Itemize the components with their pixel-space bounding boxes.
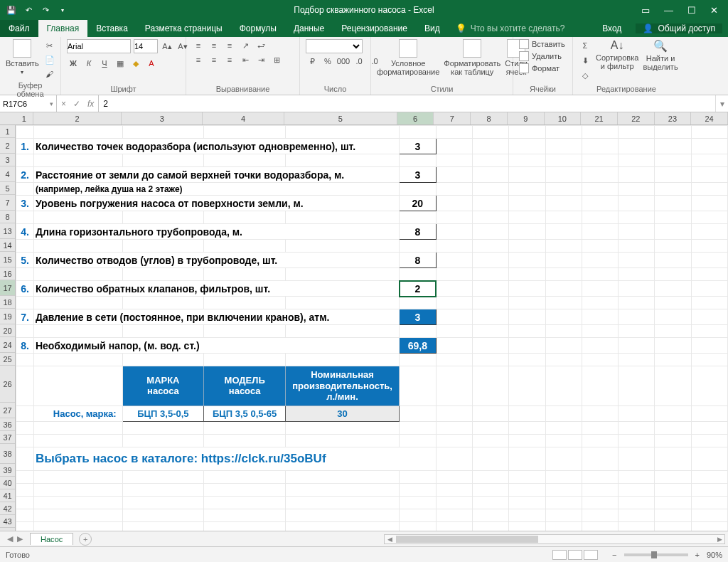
- redo-icon[interactable]: ↷: [40, 4, 51, 16]
- row-header[interactable]: 42: [0, 502, 15, 515]
- column-header[interactable]: 2: [33, 112, 122, 124]
- row-header[interactable]: 17: [0, 280, 15, 296]
- row-header[interactable]: 27: [0, 403, 15, 418]
- decimal-inc-icon[interactable]: .0: [353, 55, 365, 68]
- column-header[interactable]: 5: [284, 112, 397, 124]
- param-value[interactable]: 3: [400, 167, 437, 183]
- insert-cells[interactable]: Вставить: [519, 39, 565, 49]
- format-painter-icon[interactable]: 🖌: [43, 68, 56, 80]
- row-header[interactable]: 8: [0, 211, 15, 223]
- clear-icon[interactable]: ◇: [579, 69, 592, 82]
- increase-size-icon[interactable]: A▴: [161, 40, 173, 53]
- tab-data[interactable]: Данные: [285, 20, 333, 37]
- row-header[interactable]: 37: [0, 431, 15, 444]
- sign-in[interactable]: Вход: [594, 23, 630, 33]
- autosum-icon[interactable]: Σ: [579, 39, 592, 52]
- column-header[interactable]: 1: [16, 112, 33, 124]
- row-header[interactable]: 39: [0, 464, 15, 477]
- zoom-out-icon[interactable]: −: [612, 551, 616, 559]
- row-header[interactable]: 4: [0, 166, 15, 182]
- cond-format-button[interactable]: Условное форматирование: [377, 39, 439, 76]
- row-header[interactable]: 3: [0, 154, 15, 166]
- param-value[interactable]: 8: [400, 253, 437, 268]
- row-header[interactable]: 18: [0, 296, 15, 309]
- merge-icon[interactable]: ⊞: [270, 53, 283, 66]
- row-header[interactable]: 20: [0, 324, 15, 337]
- number-format[interactable]: [306, 39, 363, 53]
- undo-icon[interactable]: ↶: [23, 4, 34, 16]
- row-header[interactable]: 43: [0, 515, 15, 528]
- indent-inc-icon[interactable]: ⇥: [255, 53, 267, 66]
- row-header[interactable]: 13: [0, 223, 15, 239]
- row-header[interactable]: 15: [0, 252, 15, 267]
- tab-home[interactable]: Главная: [38, 20, 88, 37]
- cancel-formula-icon[interactable]: ×: [61, 99, 66, 109]
- tab-view[interactable]: Вид: [416, 20, 449, 37]
- indent-dec-icon[interactable]: ⇤: [239, 53, 252, 66]
- row-headers[interactable]: 1234578131415161718192024252627363738394…: [0, 125, 16, 531]
- zoom-in-icon[interactable]: +: [695, 551, 700, 559]
- param-value[interactable]: 3: [400, 309, 437, 325]
- view-break-icon[interactable]: [584, 550, 598, 560]
- tab-layout[interactable]: Разметка страницы: [136, 20, 231, 37]
- copy-icon[interactable]: 📄: [43, 53, 56, 66]
- sort-filter-button[interactable]: A↓Сортировка и фильтр: [596, 39, 638, 70]
- orientation-icon[interactable]: ↗: [239, 39, 252, 52]
- row-header[interactable]: 2: [0, 138, 15, 154]
- align-middle-icon[interactable]: ≡: [208, 39, 220, 52]
- column-header[interactable]: 21: [581, 112, 618, 124]
- delete-cells[interactable]: Удалить: [519, 51, 562, 61]
- add-sheet-icon[interactable]: +: [79, 533, 92, 546]
- column-header[interactable]: 23: [655, 112, 692, 124]
- sheet-tab[interactable]: Насос: [30, 533, 73, 545]
- formula-bar[interactable]: 2: [99, 95, 715, 112]
- expand-formula-icon[interactable]: ▾: [715, 95, 728, 112]
- row-header[interactable]: 38: [0, 444, 15, 464]
- view-normal-icon[interactable]: [552, 550, 567, 560]
- currency-icon[interactable]: ₽: [306, 55, 318, 68]
- column-header[interactable]: 9: [508, 112, 545, 124]
- fx-icon[interactable]: fx: [87, 99, 94, 109]
- column-headers[interactable]: 1234567891021222324: [0, 112, 728, 125]
- row-header[interactable]: 41: [0, 489, 15, 502]
- param-value[interactable]: 8: [400, 224, 437, 240]
- underline-icon[interactable]: Ч: [98, 57, 111, 70]
- italic-icon[interactable]: К: [82, 57, 95, 70]
- format-cells[interactable]: Формат: [519, 63, 560, 73]
- percent-icon[interactable]: %: [321, 55, 334, 68]
- row-header[interactable]: 19: [0, 309, 15, 324]
- horizontal-scrollbar[interactable]: ◀▶: [92, 534, 728, 544]
- save-icon[interactable]: 💾: [6, 4, 17, 16]
- tell-me[interactable]: 💡Что вы хотите сделать?: [449, 20, 572, 37]
- param-value[interactable]: 3: [400, 139, 437, 154]
- column-header[interactable]: 6: [397, 112, 434, 124]
- align-right-icon[interactable]: ≡: [223, 53, 236, 66]
- enter-formula-icon[interactable]: ✓: [73, 99, 80, 109]
- align-top-icon[interactable]: ≡: [192, 39, 205, 52]
- row-header[interactable]: 1: [0, 125, 15, 138]
- spreadsheet-grid[interactable]: 1234567891021222324 12345781314151617181…: [0, 112, 728, 531]
- cut-icon[interactable]: ✂: [43, 39, 56, 52]
- zoom-level[interactable]: 90%: [707, 551, 722, 559]
- row-header[interactable]: 24: [0, 337, 15, 353]
- row-header[interactable]: 7: [0, 195, 15, 211]
- wrap-icon[interactable]: ⮐: [255, 39, 267, 52]
- bold-icon[interactable]: Ж: [67, 57, 80, 70]
- align-bottom-icon[interactable]: ≡: [223, 39, 236, 52]
- zoom-slider[interactable]: [624, 553, 688, 556]
- close-icon[interactable]: ✕: [710, 5, 718, 16]
- share-button[interactable]: 👤Общий доступ: [636, 23, 722, 33]
- row-header[interactable]: 5: [0, 182, 15, 195]
- comma-icon[interactable]: 000: [337, 55, 350, 68]
- param-value[interactable]: 69,8: [400, 338, 437, 354]
- row-header[interactable]: 40: [0, 477, 15, 489]
- border-icon[interactable]: ▦: [114, 57, 127, 70]
- column-header[interactable]: 3: [122, 112, 203, 124]
- column-header[interactable]: 10: [545, 112, 582, 124]
- paste-button[interactable]: Вставить▾: [6, 39, 39, 75]
- row-header[interactable]: 14: [0, 239, 15, 252]
- column-header[interactable]: 8: [471, 112, 508, 124]
- fill-icon[interactable]: ⬇: [579, 54, 592, 67]
- font-size[interactable]: [134, 39, 158, 53]
- row-header[interactable]: 26: [0, 366, 15, 403]
